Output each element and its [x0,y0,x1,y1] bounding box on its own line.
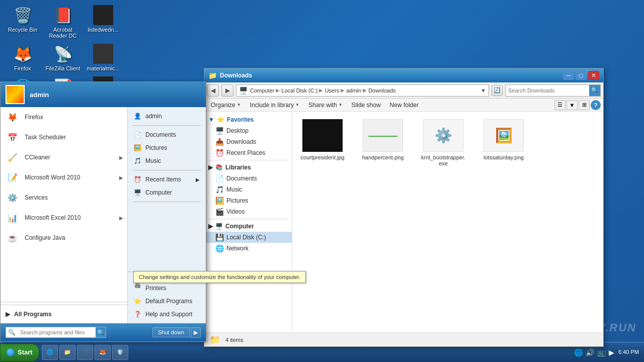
search-input[interactable] [18,328,96,336]
crumb-computer[interactable]: Computer [250,87,274,94]
sidebar-item-services[interactable]: ⚙️ Services [1,188,127,208]
all-programs-item[interactable]: ▶ All Programs [1,308,127,321]
include-library-menu[interactable]: Include in library ▼ [246,100,303,110]
search-downloads-input[interactable] [506,86,589,95]
file-thumb-krnl: ⚙️ [423,119,463,152]
file-item-courtpresident[interactable]: courtpresident.jpg [297,117,348,169]
crumb-users[interactable]: Users [325,87,339,94]
view-details-button[interactable]: ☰ [554,100,566,110]
slide-show-menu[interactable]: Slide show [348,100,385,110]
shutdown-arrow-button[interactable]: ▶ [191,327,201,338]
forward-button[interactable]: ▶ [221,84,233,97]
minimize-button[interactable]: ─ [563,71,574,80]
tree-item-recent-places[interactable]: ⏰ Recent Places [204,147,292,158]
shutdown-button[interactable]: Shut down [152,327,190,337]
help-button[interactable]: ? [591,100,601,110]
sidebar-item-word2010[interactable]: 📝 Microsoft Word 2010 ▶ [1,167,127,188]
desktop-icon-filezilla[interactable]: 📡 FileZilla Client [45,44,80,71]
crumb-localdisk[interactable]: Local Disk (C:) [281,87,317,94]
documents-icon: 📄 [134,131,141,138]
tree-item-videos[interactable]: 🎬 Videos [204,206,292,217]
file-name-handpercent: handpercent.png [362,154,404,160]
refresh-button[interactable]: 🔄 [492,85,503,96]
ccleaner-label: CCleaner [25,154,50,161]
desktop-icon-listed-label: listedwedn... [88,27,118,33]
tree-item-desktop[interactable]: 🖥️ Desktop [204,125,292,136]
tree-favorites-header[interactable]: ▼ ⭐ Favorites [204,114,292,125]
documents-label: Documents [145,131,176,138]
view-dropdown-button[interactable]: ▼ [567,100,578,110]
start-button[interactable]: Start [0,343,39,361]
tree-item-network[interactable]: 🌐 Network [204,243,292,254]
search-submit-button[interactable]: 🔍 [96,327,106,337]
right-item-help[interactable]: ❓ Help and Support [128,308,206,321]
organize-menu[interactable]: Organize ▼ [207,100,245,110]
tray-icon-media[interactable]: ▶ [609,348,614,356]
tree-item-documents[interactable]: 📄 Documents [204,173,292,184]
tray-icon-volume[interactable]: 🔊 [586,348,594,356]
tree-item-downloads[interactable]: 📥 Downloads [204,136,292,147]
taskbar-item-security[interactable]: 🛡️ [112,345,128,360]
recycle-bin-icon: 🗑️ [13,5,33,25]
favorites-expand-icon: ▼ [208,116,214,123]
right-item-music[interactable]: 🎵 Music [128,154,206,167]
crumb-downloads[interactable]: Downloads [368,87,395,94]
close-button[interactable]: ✕ [588,71,599,80]
view-large-button[interactable]: ⊞ [579,100,590,110]
tree-item-music[interactable]: 🎵 Music [204,184,292,195]
videos-tree-icon: 🎬 [215,208,224,216]
tree-item-pictures[interactable]: 🖼️ Pictures [204,195,292,206]
system-tray: 🌐 🔊 📺 ▶ [574,348,614,356]
desktop-icon-material[interactable]: materialmic... [86,44,121,71]
sidebar-item-task-scheduler[interactable]: 📅 Task Scheduler [1,127,127,147]
share-with-label: Share with [308,102,337,109]
desktop-icon-firefox-label: Firefox [14,65,31,71]
tree-computer-header[interactable]: ▶ 🖥️ Computer [204,221,292,232]
search-box[interactable]: 🔍 🔍 [6,327,106,338]
share-with-menu[interactable]: Share with ▼ [304,100,347,110]
sidebar-item-firefox[interactable]: 🦊 Firefox [1,107,127,127]
right-item-pictures[interactable]: 🖼️ Pictures [128,141,206,154]
share-with-arrow-icon: ▼ [339,103,343,107]
sidebar-item-configure-java[interactable]: ☕ Configure Java [1,228,127,248]
sidebar-item-ccleaner[interactable]: 🧹 CCleaner ▶ [1,147,127,167]
firefox-app-icon: 🦊 [6,110,20,124]
tree-item-localdisk[interactable]: 💾 Local Disk (C:) [204,232,292,243]
excel2010-arrow-icon: ▶ [119,215,123,221]
right-item-default-programs[interactable]: ⭐ Default Programs [128,295,206,308]
sidebar-item-excel2010[interactable]: 📊 Microsoft Excel 2010 ▶ [1,208,127,228]
file-item-krnl[interactable]: ⚙️ krnl_bootstrapper.exe [418,117,468,169]
file-item-lotssaturday[interactable]: 🖼️ lotssaturday.png [478,117,529,169]
desktop-icon-firefox[interactable]: 🦊 Firefox [5,44,40,71]
address-dropdown-icon[interactable]: ▼ [480,87,486,94]
desktop-icon-acrobat[interactable]: 📕 Acrobat Reader DC [45,5,80,39]
search-bar[interactable]: 🔍 [505,84,601,97]
desktop-icon-listed[interactable]: listedwedn... [86,5,121,39]
taskbar-item-media[interactable]: 🎵 [77,345,93,360]
taskbar-item-firefox-bar[interactable]: 🦊 [95,345,111,360]
music-tree-label: Music [226,186,242,193]
videos-tree-label: Videos [226,208,245,215]
taskbar-item-ie[interactable]: 🌐 [42,345,58,360]
file-item-handpercent[interactable]: handpercent.png [358,117,408,169]
crumb-admin[interactable]: admin [346,87,361,94]
right-item-documents[interactable]: 📄 Documents [128,128,206,141]
pictures-label: Pictures [145,144,167,151]
libraries-label: Libraries [225,164,251,171]
tree-libraries-header[interactable]: ▶ 📚 Libraries [204,162,292,173]
back-button[interactable]: ◀ [207,84,219,97]
right-item-computer[interactable]: 🖥️ Computer [128,186,206,199]
desktop-icon-recycle-bin[interactable]: 🗑️ Recycle Bin [5,5,40,39]
taskbar-item-explorer[interactable]: 📁 [59,345,75,360]
search-downloads-button[interactable]: 🔍 [589,85,600,96]
tray-icon-display[interactable]: 📺 [597,348,606,356]
new-folder-menu[interactable]: New folder [386,100,423,110]
address-bar[interactable]: 🖥️ Computer ▶ Local Disk (C:) ▶ Users ▶ … [236,84,489,97]
maximize-button[interactable]: □ [576,71,587,80]
word2010-arrow-icon: ▶ [119,175,123,180]
right-item-admin[interactable]: 👤 admin [128,110,206,123]
firefox-taskbar-icon: 🦊 [99,349,106,355]
crumb-sep-1: ▶ [276,87,280,93]
tray-icon-network[interactable]: 🌐 [574,348,583,356]
right-item-recent[interactable]: ⏰ Recent Items ▶ [128,173,206,186]
